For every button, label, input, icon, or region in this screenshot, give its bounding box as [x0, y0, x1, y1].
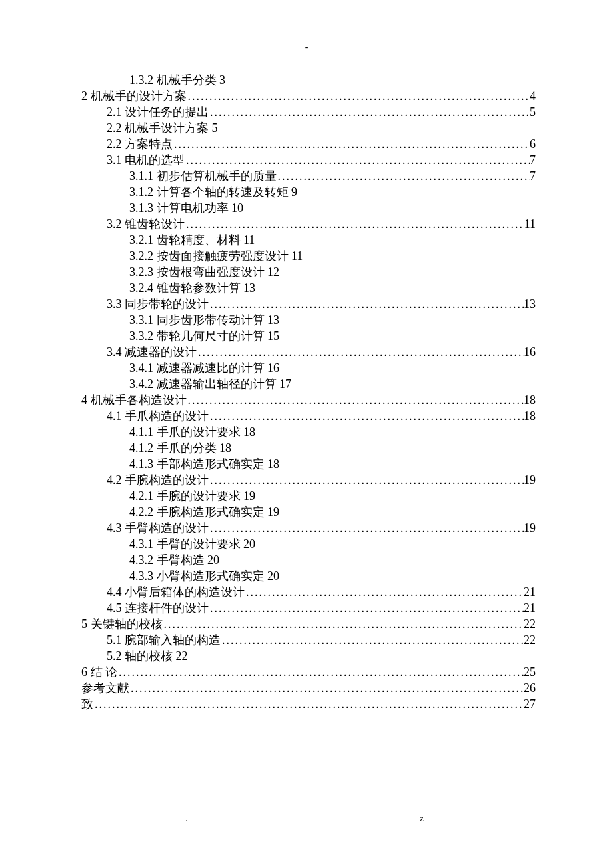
toc-leader-dots — [209, 104, 530, 120]
toc-label: 4.3 手臂构造的设计 — [107, 520, 209, 536]
toc-label: 4.2.2 手腕构造形式确实定 19 — [129, 504, 279, 520]
toc-label: 3.3.2 带轮几何尺寸的计算 15 — [129, 328, 279, 344]
toc-label: 4.1.2 手爪的分类 18 — [129, 440, 231, 456]
toc-leader-dots — [173, 136, 530, 152]
toc-leader-dots — [277, 168, 530, 184]
toc-leader-dots — [209, 520, 524, 536]
toc-label: 4.3.1 手臂的设计要求 20 — [129, 536, 255, 552]
toc-leader-dots — [209, 408, 524, 424]
toc-entry: 参考文献26 — [81, 680, 536, 696]
toc-entry: 4.1.3 手部构造形式确实定 18 — [81, 456, 536, 472]
toc-label: 4.1 手爪构造的设计 — [107, 408, 209, 424]
toc-page-number: 26 — [524, 680, 536, 696]
toc-entry: 3.3.1 同步齿形带传动计算 13 — [81, 312, 536, 328]
toc-label: 4.1.1 手爪的设计要求 18 — [129, 424, 255, 440]
toc-leader-dots — [197, 344, 524, 360]
footer-left-mark: . — [185, 813, 187, 824]
toc-page-number: 13 — [524, 296, 536, 312]
toc-entry: 4.4 小臂后箱体的构造设计21 — [81, 584, 536, 600]
toc-entry: 1.3.2 机械手分类 3 — [81, 72, 536, 88]
toc-leader-dots — [163, 616, 524, 632]
toc-label: 3.1.3 计算电机功率 10 — [129, 200, 243, 216]
toc-label: 3.1.2 计算各个轴的转速及转矩 9 — [129, 184, 297, 200]
toc-container: 1.3.2 机械手分类 32 机械手的设计方案42.1 设计任务的提出52.2 … — [81, 72, 536, 712]
toc-page-number: 21 — [524, 584, 536, 600]
toc-page-number: 6 — [530, 136, 536, 152]
toc-page-number: 16 — [524, 344, 536, 360]
toc-entry: 3.2.3 按齿根弯曲强度设计 12 — [81, 264, 536, 280]
toc-page-number: 4 — [530, 88, 536, 104]
toc-entry: 致27 — [81, 696, 536, 712]
toc-label: 3.2.3 按齿根弯曲强度设计 12 — [129, 264, 279, 280]
toc-label: 3.3.1 同步齿形带传动计算 13 — [129, 312, 279, 328]
footer-right-mark: z — [420, 813, 424, 824]
toc-entry: 4.1 手爪构造的设计18 — [81, 408, 536, 424]
toc-entry: 3.4.2 减速器输出轴径的计算 17 — [81, 376, 536, 392]
toc-leader-dots — [187, 88, 530, 104]
toc-label: 4.3.3 小臂构造形式确实定 20 — [129, 568, 279, 584]
toc-leader-dots — [185, 152, 530, 168]
toc-label: 3.4 减速器的设计 — [107, 344, 197, 360]
toc-label: 3.2.4 锥齿轮参数计算 13 — [129, 280, 255, 296]
toc-label: 3.4.1 减速器减速比的计算 16 — [129, 360, 279, 376]
toc-entry: 4.3.3 小臂构造形式确实定 20 — [81, 568, 536, 584]
toc-entry: 5 关键轴的校核22 — [81, 616, 536, 632]
toc-leader-dots — [185, 216, 524, 232]
toc-page-number: 22 — [524, 616, 536, 632]
toc-entry: 3.2 锥齿轮设计11 — [81, 216, 536, 232]
toc-label: 参考文献 — [81, 680, 129, 696]
toc-entry: 3.1.2 计算各个轴的转速及转矩 9 — [81, 184, 536, 200]
toc-label: 5 关键轴的校核 — [81, 616, 163, 632]
toc-page-number: 27 — [524, 696, 536, 712]
toc-page-number: 18 — [524, 392, 536, 408]
toc-entry: 5.1 腕部输入轴的构造22 — [81, 632, 536, 648]
toc-leader-dots — [209, 600, 524, 616]
toc-entry: 5.2 轴的校核 22 — [81, 648, 536, 664]
toc-entry: 3.4.1 减速器减速比的计算 16 — [81, 360, 536, 376]
toc-page-number: 25 — [524, 664, 536, 680]
toc-label: 2.2 方案特点 — [107, 136, 173, 152]
toc-entry: 4.2.1 手腕的设计要求 19 — [81, 488, 536, 504]
toc-label: 3.1 电机的选型 — [107, 152, 185, 168]
toc-leader-dots — [93, 696, 524, 712]
toc-entry: 4.5 连接杆件的设计21 — [81, 600, 536, 616]
toc-entry: 4.2.2 手腕构造形式确实定 19 — [81, 504, 536, 520]
toc-entry: 2.2 机械手设计方案 5 — [81, 120, 536, 136]
toc-entry: 2.1 设计任务的提出5 — [81, 104, 536, 120]
toc-entry: 4 机械手各构造设计18 — [81, 392, 536, 408]
toc-label: 4.1.3 手部构造形式确实定 18 — [129, 456, 279, 472]
toc-label: 6 结 论 — [81, 664, 117, 680]
toc-leader-dots — [209, 472, 524, 488]
toc-leader-dots — [221, 632, 524, 648]
toc-label: 3.3 同步带轮的设计 — [107, 296, 209, 312]
toc-entry: 2.2 方案特点6 — [81, 136, 536, 152]
toc-leader-dots — [245, 584, 524, 600]
toc-label: 4.2 手腕构造的设计 — [107, 472, 209, 488]
toc-entry: 3.3 同步带轮的设计13 — [81, 296, 536, 312]
toc-entry: 4.1.2 手爪的分类 18 — [81, 440, 536, 456]
toc-page-number: 5 — [530, 104, 536, 120]
toc-entry: 3.1.1 初步估算机械手的质量7 — [81, 168, 536, 184]
toc-leader-dots — [129, 680, 524, 696]
toc-label: 3.1.1 初步估算机械手的质量 — [129, 168, 277, 184]
toc-entry: 4.3 手臂构造的设计19 — [81, 520, 536, 536]
toc-entry: 3.1.3 计算电机功率 10 — [81, 200, 536, 216]
toc-page-number: 11 — [524, 216, 536, 232]
toc-page-number: 7 — [530, 152, 536, 168]
toc-leader-dots — [117, 664, 524, 680]
header-mark: - — [0, 42, 613, 53]
toc-label: 3.4.2 减速器输出轴径的计算 17 — [129, 376, 291, 392]
toc-label: 5.1 腕部输入轴的构造 — [107, 632, 221, 648]
toc-label: 4.4 小臂后箱体的构造设计 — [107, 584, 245, 600]
toc-entry: 3.3.2 带轮几何尺寸的计算 15 — [81, 328, 536, 344]
toc-entry: 4.3.2 手臂构造 20 — [81, 552, 536, 568]
toc-label: 4.2.1 手腕的设计要求 19 — [129, 488, 255, 504]
toc-entry: 2 机械手的设计方案4 — [81, 88, 536, 104]
toc-label: 致 — [81, 696, 93, 712]
toc-label: 4.5 连接杆件的设计 — [107, 600, 209, 616]
toc-label: 3.2.2 按齿面接触疲劳强度设计 11 — [129, 248, 303, 264]
toc-page-number: 19 — [524, 472, 536, 488]
toc-page-number: 21 — [524, 600, 536, 616]
toc-label: 4.3.2 手臂构造 20 — [129, 552, 219, 568]
toc-label: 2.1 设计任务的提出 — [107, 104, 209, 120]
